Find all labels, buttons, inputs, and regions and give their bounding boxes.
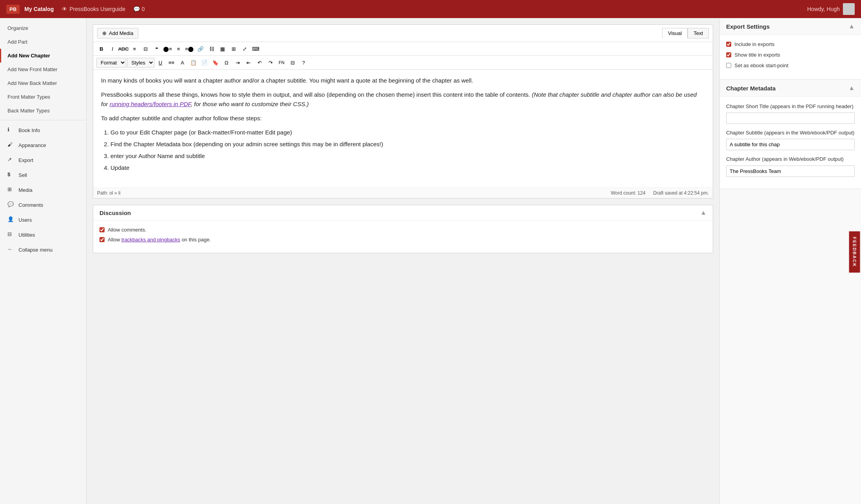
- allow-trackbacks-row: Allow trackbacks and pingbacks on this p…: [99, 237, 706, 243]
- visual-text-tabs: Visual Text: [662, 28, 709, 39]
- include-in-exports-checkbox[interactable]: [726, 42, 731, 47]
- sidebar-item-back-matter-types[interactable]: Back Matter Types: [0, 104, 86, 118]
- text-color-button[interactable]: A: [177, 57, 188, 68]
- strikethrough-button[interactable]: ABC: [118, 44, 129, 54]
- justify-button[interactable]: ≡≡: [166, 57, 177, 68]
- sidebar-item-collapse[interactable]: ← Collapse menu: [0, 242, 86, 257]
- keyboard-button[interactable]: ⌨: [250, 44, 261, 54]
- paste-word-button[interactable]: 📄: [199, 57, 210, 68]
- outdent-button[interactable]: ⇤: [243, 57, 254, 68]
- pb-logo[interactable]: PB: [6, 5, 20, 14]
- sidebar-item-appearance[interactable]: 🖌 Appearance: [0, 138, 86, 153]
- ebook-start-checkbox[interactable]: [726, 63, 731, 68]
- short-title-input[interactable]: [726, 112, 855, 124]
- author-input[interactable]: [726, 166, 855, 177]
- ebook-start-row: Set as ebook start-point: [726, 63, 855, 68]
- undo-button[interactable]: ↶: [254, 57, 265, 68]
- underline-button[interactable]: U: [155, 57, 166, 68]
- unordered-list-button[interactable]: ≡: [129, 44, 140, 54]
- sidebar-item-export[interactable]: ↗ Export: [0, 153, 86, 167]
- italic-button[interactable]: I: [107, 44, 118, 54]
- allow-comments-row: Allow comments.: [99, 227, 706, 233]
- align-right-button[interactable]: ≡⬤: [184, 44, 195, 54]
- sidebar-item-add-new-chapter[interactable]: Add New Chapter: [0, 49, 86, 63]
- export-icon: ↗: [7, 156, 15, 164]
- path-info: Path: ol » li: [97, 190, 120, 196]
- trackbacks-link[interactable]: trackbacks and pingbacks: [121, 237, 180, 243]
- editor-steps-list: Go to your Edit Chapter page (or Back-ma…: [110, 128, 705, 173]
- fullscreen-button[interactable]: ⤢: [239, 44, 250, 54]
- subtitle-input[interactable]: [726, 139, 855, 150]
- media-icon: ⊞: [7, 186, 15, 193]
- link-button[interactable]: 🔗: [195, 44, 206, 54]
- sidebar-item-add-part[interactable]: Add Part: [0, 35, 86, 49]
- comments-icon: 💬: [7, 201, 15, 208]
- userguide-link[interactable]: 👁 PressBooks Userguide: [62, 6, 125, 12]
- sidebar-item-book-info[interactable]: ℹ Book Info: [0, 123, 86, 138]
- allow-trackbacks-checkbox[interactable]: [99, 237, 105, 242]
- anchor-button[interactable]: 🔖: [210, 57, 221, 68]
- topbar-right: Howdy, Hugh: [807, 3, 855, 15]
- blockquote-button[interactable]: ❝: [151, 44, 162, 54]
- ordered-list-button[interactable]: ⊟: [140, 44, 151, 54]
- avatar[interactable]: [843, 3, 855, 15]
- editor-body[interactable]: In many kinds of books you will want a c…: [93, 70, 713, 188]
- align-center-button[interactable]: ≡: [173, 44, 184, 54]
- info-icon: ℹ: [7, 127, 15, 134]
- feedback-tab[interactable]: FEEDBACK: [849, 231, 860, 272]
- discussion-box: Discussion ▲ Allow comments. Allow track…: [93, 205, 713, 253]
- sidebar-item-add-new-front-matter[interactable]: Add New Front Matter: [0, 63, 86, 76]
- sidebar-item-comments[interactable]: 💬 Comments: [0, 197, 86, 212]
- export-settings-section: Export Settings ▲ Include in exports Sho…: [720, 18, 861, 80]
- toolbar-row-1: B I ABC ≡ ⊟ ❝ ⬤≡ ≡ ≡⬤ 🔗 ⛓ ▦ ⊞ ⤢ ⌨: [93, 42, 713, 56]
- bold-button[interactable]: B: [96, 44, 107, 54]
- sidebar-item-add-new-back-matter[interactable]: Add New Back Matter: [0, 76, 86, 90]
- export-settings-collapse[interactable]: ▲: [848, 23, 855, 30]
- sidebar-item-users[interactable]: 👤 Users: [0, 212, 86, 227]
- add-media-icon: ⊕: [102, 30, 107, 36]
- styles-select[interactable]: Styles: [127, 58, 155, 68]
- sidebar-item-front-matter-types[interactable]: Front Matter Types: [0, 90, 86, 104]
- editor-para-3: To add chapter subtitle and chapter auth…: [101, 114, 705, 123]
- show-title-checkbox[interactable]: [726, 52, 731, 57]
- paste-text-button[interactable]: 📋: [188, 57, 199, 68]
- add-media-button[interactable]: ⊕ Add Media: [97, 28, 138, 39]
- unlink-button[interactable]: ⛓: [206, 44, 217, 54]
- editor-para-2: PressBooks supports all these things, kn…: [101, 90, 705, 109]
- word-count: Word count: 124: [611, 190, 646, 196]
- discussion-collapse-arrow[interactable]: ▲: [700, 209, 706, 216]
- users-icon: 👤: [7, 216, 15, 223]
- redo-button[interactable]: ↷: [265, 57, 276, 68]
- sidebar-item-sell[interactable]: $ Sell: [0, 167, 86, 182]
- format-select[interactable]: Format: [96, 58, 126, 68]
- sidebar-item-utilities[interactable]: ⊟ Utilities: [0, 227, 86, 242]
- sidebar-item-media[interactable]: ⊞ Media: [0, 182, 86, 197]
- running-headers-link[interactable]: running headers/footers in PDF: [110, 101, 191, 107]
- topbar: PB My Catalog 👁 PressBooks Userguide 💬 0…: [0, 0, 861, 18]
- chapter-metadata-section: Chapter Metadata ▲ Chapter Short Title (…: [720, 80, 861, 189]
- catalog-link[interactable]: My Catalog: [24, 6, 54, 12]
- visual-tab[interactable]: Visual: [662, 28, 688, 39]
- main-area: ⊕ Add Media Visual Text B I ABC ≡ ⊟ ❝: [86, 18, 861, 504]
- fn-button[interactable]: FN: [276, 57, 287, 68]
- insert-button[interactable]: ▦: [217, 44, 228, 54]
- chapter-metadata-collapse[interactable]: ▲: [848, 85, 855, 92]
- comments-link[interactable]: 💬 0: [133, 6, 145, 12]
- align-left-button[interactable]: ⬤≡: [162, 44, 173, 54]
- special-char-button[interactable]: Ω: [221, 57, 232, 68]
- editor-container: ⊕ Add Media Visual Text B I ABC ≡ ⊟ ❝: [93, 24, 713, 199]
- sidebar-item-organize[interactable]: Organize: [0, 21, 86, 35]
- indent-button[interactable]: ⇥: [232, 57, 243, 68]
- help-button[interactable]: ?: [298, 57, 309, 68]
- text-tab[interactable]: Text: [688, 28, 709, 39]
- include-in-exports-row: Include in exports: [726, 41, 855, 47]
- short-title-label: Chapter Short Title (appears in the PDF …: [726, 103, 855, 110]
- author-label: Chapter Author (appears in Web/ebook/PDF…: [726, 156, 855, 163]
- table-button[interactable]: ⊞: [228, 44, 239, 54]
- table2-button[interactable]: ⊟: [287, 57, 298, 68]
- chapter-metadata-body: Chapter Short Title (appears in the PDF …: [720, 97, 861, 189]
- export-settings-title: Export Settings: [726, 23, 770, 30]
- allow-comments-checkbox[interactable]: [99, 227, 105, 232]
- step-3: enter your Author Name and subtitle: [110, 151, 705, 161]
- chapter-metadata-header: Chapter Metadata ▲: [720, 80, 861, 97]
